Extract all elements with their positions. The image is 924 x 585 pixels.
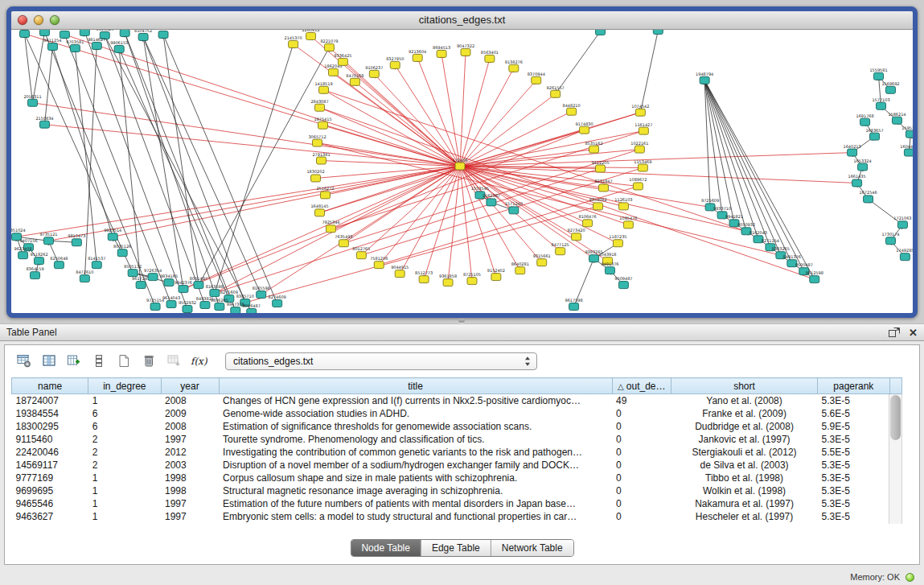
graph-node[interactable]: 9491376 xyxy=(601,262,618,274)
graph-node[interactable]: 1568692 xyxy=(881,81,899,93)
graph-node[interactable]: 1683657 xyxy=(865,128,883,140)
graph-node[interactable]: 2260412 xyxy=(302,30,319,39)
scrollbar-thumb[interactable] xyxy=(890,395,901,440)
graph-node[interactable]: 9055134 xyxy=(15,30,33,37)
graph-node[interactable]: 8535162 xyxy=(585,141,602,153)
graph-node[interactable]: 9836265 xyxy=(211,298,228,310)
table-row[interactable]: 2242004622012Investigating the contribut… xyxy=(12,446,902,459)
graph-node[interactable]: 8183046 xyxy=(591,30,609,35)
tab-edge-table[interactable]: Edge Table xyxy=(421,540,491,556)
graph-node[interactable]: 1661435 xyxy=(848,174,866,186)
graph-node[interactable]: 2145370 xyxy=(285,35,302,47)
graph-node[interactable]: 9623408 xyxy=(14,246,31,258)
graph-node[interactable]: 9507163 xyxy=(116,30,133,36)
graph-node[interactable]: 2150834 xyxy=(35,116,53,128)
graph-node[interactable]: 1672546 xyxy=(859,190,877,202)
graph-node[interactable]: 9148603 xyxy=(35,30,53,35)
graph-node[interactable]: 1648145 xyxy=(310,204,328,216)
graph-node[interactable]: 8056487 xyxy=(243,303,261,313)
graph-node[interactable]: 8141537 xyxy=(88,256,105,268)
graph-node[interactable]: 8035126 xyxy=(113,244,131,256)
column-header-name[interactable]: name xyxy=(12,378,88,394)
graph-node[interactable]: 1577103 xyxy=(872,97,889,109)
graph-node[interactable]: 1559581 xyxy=(869,68,887,80)
graph-node[interactable]: 9518262 xyxy=(30,252,47,264)
graph-node[interactable]: 8448210 xyxy=(563,103,581,115)
graph-node[interactable]: 9614043 xyxy=(162,295,180,307)
graph-node[interactable]: 1586214 xyxy=(888,112,906,124)
graph-node[interactable]: 1721063 xyxy=(893,216,911,228)
tab-node-table[interactable]: Node Table xyxy=(351,540,421,556)
graph-node[interactable]: 1948794 xyxy=(696,72,713,84)
graph-node[interactable]: 9106237 xyxy=(365,65,383,77)
column-header-in_degree[interactable]: in_degree xyxy=(88,378,161,394)
graph-node[interactable]: 8640281 xyxy=(511,262,529,274)
new-document-icon[interactable] xyxy=(113,351,134,371)
graph-node[interactable]: 9152402 xyxy=(487,268,505,280)
graph-node[interactable]: 8221079 xyxy=(320,39,338,51)
graph-node[interactable]: 2791381 xyxy=(312,152,330,164)
graph-node[interactable]: 8216340 xyxy=(154,30,172,38)
graph-node[interactable]: 8725105 xyxy=(463,272,481,284)
graph-node[interactable]: 1595325 xyxy=(901,126,913,138)
graph-node[interactable]: 9321747 xyxy=(76,30,93,35)
graph-node[interactable]: 8563401 xyxy=(481,50,499,62)
table-row[interactable]: 1938455462009Genome-wide association stu… xyxy=(12,407,902,420)
graph-node[interactable]: 1604436 xyxy=(900,144,913,156)
graph-node[interactable]: 9612598 xyxy=(806,270,823,282)
graph-node[interactable]: 8292157 xyxy=(649,30,667,34)
column-header-short[interactable]: short xyxy=(671,378,818,394)
table-row[interactable]: 946554611997Estimation of the future num… xyxy=(12,497,902,510)
graph-node[interactable]: 1691768 xyxy=(856,113,874,126)
float-panel-icon[interactable] xyxy=(888,327,901,338)
table-scrollbar[interactable] xyxy=(889,394,902,524)
table-row[interactable]: 911546021997Tourette syndrome. Phenomeno… xyxy=(12,433,902,446)
graph-node[interactable]: 9047322 xyxy=(457,43,474,56)
graph-node[interactable]: 7581206 xyxy=(370,256,388,268)
minimize-button[interactable] xyxy=(34,15,43,25)
graph-node[interactable]: 9735121 xyxy=(39,232,57,244)
graph-node[interactable]: 9502932 xyxy=(179,300,196,312)
column-header-pagerank[interactable]: pagerank xyxy=(818,378,890,394)
graph-node[interactable]: 9273420 xyxy=(568,228,585,240)
graph-node[interactable]: 9213604 xyxy=(409,49,426,61)
graph-node[interactable]: 8104752 xyxy=(134,30,152,40)
table-settings-icon[interactable] xyxy=(13,351,35,371)
graph-node[interactable]: 2056311 xyxy=(23,94,41,106)
network-canvas[interactable]: 1724061862043141851928430871975415306571… xyxy=(11,30,913,313)
column-header-year[interactable]: year xyxy=(161,378,219,394)
graph-node[interactable]: 1187235 xyxy=(609,234,626,246)
graph-node[interactable]: 9923514 xyxy=(104,228,121,240)
graph-node[interactable]: 1730174 xyxy=(881,232,899,244)
table-row[interactable]: 1872400712008Changes of HCN gene express… xyxy=(12,394,902,408)
graph-node[interactable]: 9361858 xyxy=(439,274,457,286)
table-row[interactable]: 977716911998Corpus callosum shape and si… xyxy=(12,472,902,484)
graph-node[interactable]: 2843087 xyxy=(310,99,328,111)
show-columns-icon[interactable] xyxy=(38,351,60,371)
close-panel-icon[interactable]: ✕ xyxy=(909,328,918,338)
table-row[interactable]: 969969511998Structural magnetic resonanc… xyxy=(12,484,902,497)
graph-node[interactable]: 8512773 xyxy=(415,270,433,282)
graph-node[interactable]: 1562387 xyxy=(483,193,500,205)
close-button[interactable] xyxy=(18,15,27,25)
graph-node[interactable]: 1749285 xyxy=(896,248,913,260)
table-source-dropdown[interactable]: citations_edges.txt xyxy=(225,352,537,370)
graph-node[interactable]: 9947376 xyxy=(227,302,244,313)
tab-network-table[interactable]: Network Table xyxy=(491,540,573,556)
graph-node[interactable]: 9725154 xyxy=(146,298,164,310)
delete-table-icon[interactable] xyxy=(138,351,159,371)
graph-node[interactable]: 9261557 xyxy=(547,85,565,97)
graph-node[interactable]: 8477125 xyxy=(552,242,569,254)
table-row[interactable]: 1830029562008Estimation of significance … xyxy=(12,420,902,433)
rows-icon[interactable] xyxy=(88,351,109,371)
graph-node[interactable]: 1830202 xyxy=(306,169,324,181)
graph-node[interactable]: 8472610 xyxy=(76,270,93,282)
graph-node[interactable]: 8364159 xyxy=(26,266,43,278)
network-window-titlebar[interactable]: citations_edges.txt xyxy=(11,11,913,30)
graph-node[interactable]: 9315661 xyxy=(533,253,551,266)
new-column-icon[interactable] xyxy=(63,351,84,371)
graph-node[interactable]: 8327950 xyxy=(386,56,404,68)
graph-node[interactable]: 9044915 xyxy=(391,265,409,277)
graph-node[interactable]: 8694513 xyxy=(433,45,450,57)
import-table-icon[interactable] xyxy=(162,351,184,371)
